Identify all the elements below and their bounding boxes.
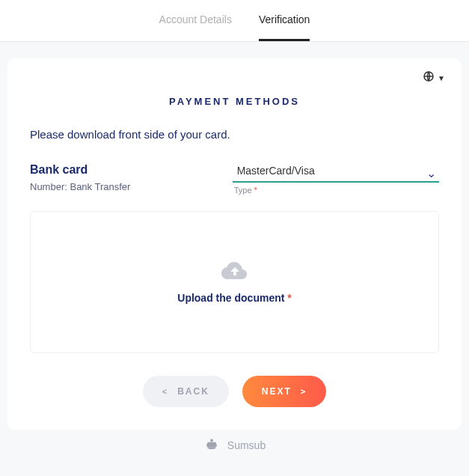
- type-select[interactable]: ⌄: [233, 163, 439, 183]
- type-label-text: Type: [234, 186, 252, 195]
- upload-document-box[interactable]: Upload the document *: [30, 211, 439, 353]
- bank-info: Bank card Number: Bank Transfer: [30, 163, 210, 195]
- brand-name: Sumsub: [227, 439, 266, 451]
- back-button-label: BACK: [177, 386, 209, 397]
- tab-account-details[interactable]: Account Details: [159, 13, 232, 41]
- type-label: Type *: [234, 186, 439, 195]
- svg-rect-2: [207, 442, 215, 443]
- caret-down-icon: ▼: [438, 74, 445, 82]
- bank-type-row: Bank card Number: Bank Transfer ⌄ Type *: [30, 163, 439, 195]
- next-button[interactable]: NEXT >: [242, 376, 326, 407]
- required-asterisk: *: [287, 292, 291, 304]
- type-field: ⌄ Type *: [233, 163, 439, 195]
- tab-verification[interactable]: Verification: [259, 13, 310, 41]
- svg-point-1: [210, 439, 213, 442]
- required-asterisk: *: [254, 186, 257, 195]
- cloud-upload-icon: [221, 260, 248, 284]
- back-button[interactable]: < BACK: [143, 376, 229, 407]
- language-selector[interactable]: ▼: [423, 70, 445, 85]
- instruction-text: Please download front side of your card.: [30, 128, 439, 141]
- verification-card: ▼ PAYMENT METHODS Please download front …: [7, 58, 462, 430]
- upload-text: Upload the document *: [177, 292, 291, 304]
- nav-buttons: < BACK NEXT >: [30, 376, 439, 407]
- section-title: PAYMENT METHODS: [30, 96, 439, 107]
- bank-number-label: Number: Bank Transfer: [30, 181, 210, 192]
- tabs-nav: Account Details Verification: [0, 0, 469, 42]
- upload-text-label: Upload the document: [177, 292, 284, 304]
- globe-icon: [423, 70, 435, 85]
- footer-brand: Sumsub: [0, 437, 469, 453]
- type-select-input[interactable]: [233, 163, 439, 183]
- chevron-right-icon: >: [301, 387, 307, 396]
- bank-card-label: Bank card: [30, 163, 210, 177]
- next-button-label: NEXT: [262, 386, 292, 397]
- chevron-left-icon: <: [162, 387, 168, 396]
- brand-icon: [203, 437, 220, 453]
